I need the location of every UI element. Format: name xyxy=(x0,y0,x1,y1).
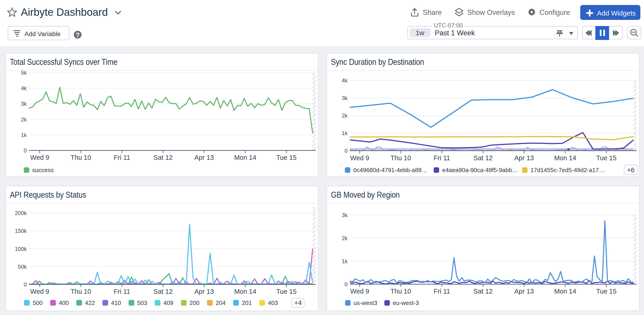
svg-text:Mon 14: Mon 14 xyxy=(554,154,576,162)
svg-text:Thu 10: Thu 10 xyxy=(390,154,411,162)
svg-text:Mon 14: Mon 14 xyxy=(234,288,256,295)
svg-text:422: 422 xyxy=(85,300,95,306)
svg-text:2k: 2k xyxy=(21,116,27,123)
svg-text:Apr 13: Apr 13 xyxy=(194,154,214,161)
svg-text:Wed 9: Wed 9 xyxy=(30,288,49,295)
svg-text:17d1455c-7ed5-49d2-a17…: 17d1455c-7ed5-49d2-a17… xyxy=(530,167,605,173)
svg-text:Thu 10: Thu 10 xyxy=(390,288,411,295)
svg-text:success: success xyxy=(32,167,54,173)
svg-text:0: 0 xyxy=(344,281,348,287)
svg-text:us-west3: us-west3 xyxy=(354,300,377,306)
svg-text:Tue 15: Tue 15 xyxy=(276,154,296,161)
svg-text:100k: 100k xyxy=(15,246,27,252)
svg-text:0c49680d-4791-4ebb-a88…: 0c49680d-4791-4ebb-a88… xyxy=(353,167,428,173)
svg-text:Mon 14: Mon 14 xyxy=(554,288,576,295)
svg-text:Sat 12: Sat 12 xyxy=(474,154,492,162)
svg-text:Apr 13: Apr 13 xyxy=(514,288,534,295)
svg-text:200k: 200k xyxy=(15,210,27,216)
svg-text:Wed 9: Wed 9 xyxy=(350,288,369,295)
svg-text:Thu 10: Thu 10 xyxy=(70,288,91,295)
svg-text:Tue 15: Tue 15 xyxy=(596,288,616,295)
svg-text:403: 403 xyxy=(268,300,278,306)
svg-text:3k: 3k xyxy=(342,212,348,218)
svg-text:1k: 1k xyxy=(342,130,348,136)
svg-text:Apr 13: Apr 13 xyxy=(514,154,534,162)
svg-text:Sat 12: Sat 12 xyxy=(154,288,173,295)
svg-text:150k: 150k xyxy=(15,228,27,234)
svg-text:Sat 12: Sat 12 xyxy=(154,154,173,161)
svg-text:201: 201 xyxy=(242,300,252,306)
svg-text:Fri 11: Fri 11 xyxy=(114,154,130,161)
svg-text:200: 200 xyxy=(190,300,199,306)
svg-text:Apr 13: Apr 13 xyxy=(194,288,214,295)
svg-text:4k: 4k xyxy=(342,77,348,83)
svg-text:e4aea90a-90ca-49f5-9abb…: e4aea90a-90ca-49f5-9abb… xyxy=(442,167,518,173)
svg-text:Mon 14: Mon 14 xyxy=(234,154,256,161)
svg-text:3k: 3k xyxy=(21,101,27,107)
svg-text:Fri 11: Fri 11 xyxy=(434,154,450,162)
svg-text:Wed 9: Wed 9 xyxy=(350,154,369,162)
svg-text:1k: 1k xyxy=(21,132,27,138)
svg-text:0: 0 xyxy=(24,282,27,288)
svg-text:2k: 2k xyxy=(342,235,348,241)
svg-text:410: 410 xyxy=(111,300,121,306)
svg-text:2k: 2k xyxy=(342,112,348,119)
svg-text:500: 500 xyxy=(33,300,42,306)
svg-text:1k: 1k xyxy=(342,258,348,264)
svg-text:Fri 11: Fri 11 xyxy=(114,288,130,295)
svg-text:eu-west-3: eu-west-3 xyxy=(393,300,419,306)
svg-text:Fri 11: Fri 11 xyxy=(434,288,450,295)
svg-text:Tue 15: Tue 15 xyxy=(596,154,616,162)
svg-text:204: 204 xyxy=(216,300,226,306)
svg-text:4k: 4k xyxy=(21,85,27,91)
svg-text:400: 400 xyxy=(59,300,69,306)
svg-text:Thu 10: Thu 10 xyxy=(70,154,91,161)
svg-text:Sat 12: Sat 12 xyxy=(474,288,492,295)
svg-text:Wed 9: Wed 9 xyxy=(30,154,49,161)
svg-text:3k: 3k xyxy=(342,95,348,101)
svg-text:409: 409 xyxy=(164,300,173,306)
svg-text:Tue 15: Tue 15 xyxy=(276,288,296,295)
svg-text:5k: 5k xyxy=(21,70,27,76)
svg-text:50k: 50k xyxy=(18,264,27,270)
svg-text:0: 0 xyxy=(344,148,348,154)
svg-text:503: 503 xyxy=(137,300,147,306)
svg-text:0: 0 xyxy=(24,147,27,154)
